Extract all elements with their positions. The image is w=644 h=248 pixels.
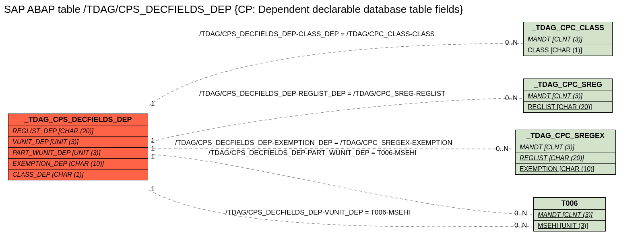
cardinality-one: 1	[151, 137, 155, 145]
entity-sreg: _TDAG_CPC_SREG MANDT [CLNT (3)] REGLIST …	[523, 79, 613, 113]
cardinality-many: 0..N	[505, 39, 518, 47]
relation-label: /TDAG/CPS_DECFIELDS_DEP-REGLIST_DEP = /T…	[199, 90, 445, 98]
entity-class-title: _TDAG_CPC_CLASS	[524, 22, 612, 34]
cardinality-many: 0..N	[514, 221, 527, 229]
entity-class-field: MANDT [CLNT (3)]	[524, 34, 612, 45]
entity-sreg-field: MANDT [CLNT (3)]	[524, 91, 612, 102]
entity-class: _TDAG_CPC_CLASS MANDT [CLNT (3)] CLASS […	[523, 22, 613, 56]
relation-label: /TDAG/CPS_DECFIELDS_DEP-CLASS_DEP = /TDA…	[199, 30, 435, 38]
cardinality-one: 1	[151, 145, 155, 153]
entity-t006: T006 MANDT [CLNT (3)] MSEHI [UNIT (3)]	[533, 197, 606, 231]
cardinality-one: 1	[151, 185, 155, 193]
entity-main-field: REGLIST_DEP [CHAR (20)]	[8, 126, 148, 137]
cardinality-many: 0..N	[496, 145, 508, 153]
page-title: SAP ABAP table /TDAG/CPS_DECFIELDS_DEP {…	[4, 3, 463, 16]
entity-t006-title: T006	[534, 198, 605, 210]
cardinality-many: 0..N	[514, 209, 527, 217]
entity-main: _TDAG_CPS_DECFIELDS_DEP REGLIST_DEP [CHA…	[8, 114, 148, 180]
entity-sreg-title: _TDAG_CPC_SREG	[524, 79, 612, 91]
cardinality-one: 1	[151, 153, 155, 161]
entity-sregex: _TDAG_CPC_SREGEX MANDT [CLNT (3)] REGLIS…	[515, 130, 616, 175]
entity-main-field: CLASS_DEP [CHAR (1)]	[8, 169, 148, 180]
cardinality-many: 0..N	[505, 94, 518, 102]
entity-class-field: CLASS [CHAR (1)]	[524, 45, 612, 56]
entity-main-field: VUNIT_DEP [UNIT (3)]	[8, 137, 148, 148]
relation-label: /TDAG/CPS_DECFIELDS_DEP-EXEMPTION_DEP = …	[175, 139, 452, 147]
entity-t006-field: MSEHI [UNIT (3)]	[534, 221, 605, 231]
entity-main-title: _TDAG_CPS_DECFIELDS_DEP	[8, 114, 148, 126]
entity-t006-field: MANDT [CLNT (3)]	[534, 210, 605, 221]
entity-sreg-field: REGLIST [CHAR (20)]	[524, 102, 612, 112]
entity-main-field: PART_WUNIT_DEP [UNIT (3)]	[8, 148, 148, 159]
entity-main-field: EXEMPTION_DEP [CHAR (10)]	[8, 159, 148, 169]
relation-label: /TDAG/CPS_DECFIELDS_DEP-PART_WUNIT_DEP =…	[208, 149, 417, 157]
entity-sregex-field: REGLIST [CHAR (20)]	[516, 153, 615, 164]
entity-sregex-field: MANDT [CLNT (3)]	[516, 142, 615, 153]
relation-label: /TDAG/CPS_DECFIELDS_DEP-VUNIT_DEP = T006…	[225, 209, 410, 217]
entity-sregex-field: EXEMPTION [CHAR (10)]	[516, 164, 615, 174]
entity-sregex-title: _TDAG_CPC_SREGEX	[516, 130, 615, 142]
cardinality-one: 1	[151, 100, 155, 108]
